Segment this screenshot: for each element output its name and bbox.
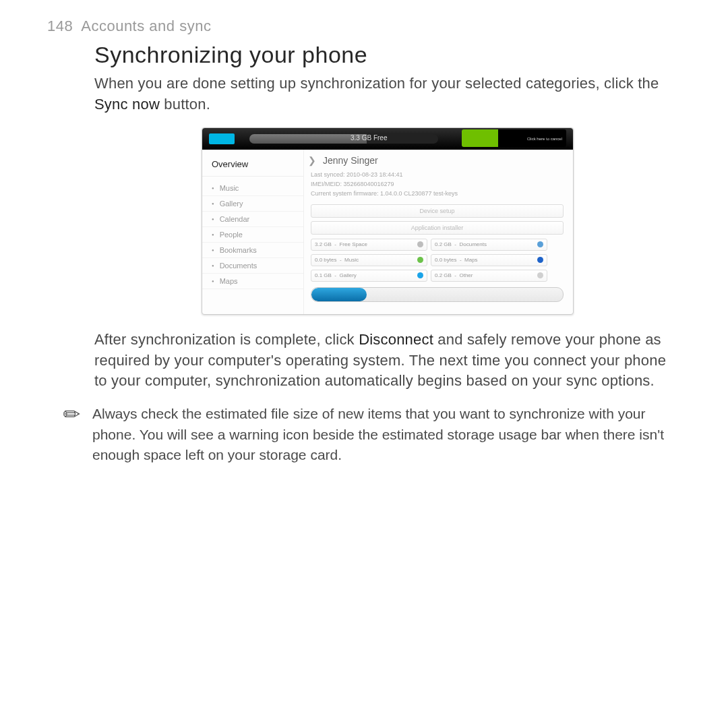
sync-app-screenshot: 3.3 GB Free Sync in progress Click here … xyxy=(202,127,574,315)
tile-documents: 0.2 GB - Documents xyxy=(431,239,547,251)
sidebar-item-bookmarks[interactable]: Bookmarks xyxy=(202,243,303,258)
dot-icon xyxy=(537,257,543,263)
sidebar-item-people[interactable]: People xyxy=(202,227,303,243)
sync-status-title: Sync in progress xyxy=(466,129,562,138)
tile-gallery: 0.1 GB - Gallery xyxy=(311,270,427,282)
sidebar-item-calendar[interactable]: Calendar xyxy=(202,212,303,227)
storage-tiles: 3.2 GB - Free Space 0.2 GB - Documents 0… xyxy=(311,239,564,282)
app-titlebar: 3.3 GB Free Sync in progress Click here … xyxy=(202,128,573,150)
meta-firmware: Current system firmware: 1.04.0.0 CL2308… xyxy=(311,189,564,198)
tile-maps: 0.0 bytes - Maps xyxy=(431,254,547,266)
tile-music: 0.0 bytes - Music xyxy=(311,254,427,266)
device-setup-button[interactable]: Device setup xyxy=(311,204,564,218)
page-number: 148 xyxy=(47,18,73,34)
storage-free-label: 3.3 GB Free xyxy=(351,134,387,142)
pencil-icon: ✎ xyxy=(57,400,86,428)
page-section: Accounts and sync xyxy=(81,18,211,34)
device-meta: Last synced: 2010-08-23 18:44:41 IMEI/ME… xyxy=(311,170,564,199)
brand-logo xyxy=(209,133,235,144)
intro-pre: When you are done setting up synchroniza… xyxy=(94,75,659,92)
sync-progress-bar xyxy=(311,287,564,302)
meta-imei: IMEI/MEID: 352668040016279 xyxy=(311,179,564,189)
sidebar-item-gallery[interactable]: Gallery xyxy=(202,196,303,212)
sidebar-item-maps[interactable]: Maps xyxy=(202,274,303,289)
sidebar-item-music[interactable]: Music xyxy=(202,181,303,196)
page-title: Synchronizing your phone xyxy=(94,42,681,68)
dot-icon xyxy=(537,272,543,278)
dot-icon xyxy=(417,272,423,278)
note-text: Always check the estimated file size of … xyxy=(92,404,681,465)
main-panel: Jenny Singer Last synced: 2010-08-23 18:… xyxy=(303,150,573,314)
dot-icon xyxy=(537,241,543,247)
dot-icon xyxy=(417,241,423,247)
device-name: Jenny Singer xyxy=(311,155,564,166)
after-paragraph: After synchronization is complete, click… xyxy=(94,330,681,392)
sidebar-item-overview[interactable]: Overview xyxy=(202,156,303,177)
tile-free-space: 3.2 GB - Free Space xyxy=(311,239,427,251)
intro-post: button. xyxy=(160,96,210,113)
intro-paragraph: When you are done setting up synchroniza… xyxy=(94,73,681,115)
sidebar-item-documents[interactable]: Documents xyxy=(202,258,303,274)
after-pre: After synchronization is complete, click xyxy=(94,331,359,348)
page-header: 148 Accounts and sync xyxy=(47,18,681,35)
storage-bar xyxy=(249,134,438,144)
application-installer-button[interactable]: Application installer xyxy=(311,221,564,235)
intro-strong: Sync now xyxy=(94,96,160,113)
sync-status-button[interactable]: Sync in progress Click here to cancel xyxy=(462,129,566,147)
sidebar: Overview Music Gallery Calendar People B… xyxy=(202,150,303,314)
tile-other: 0.2 GB - Other xyxy=(431,270,547,282)
meta-last-synced: Last synced: 2010-08-23 18:44:41 xyxy=(311,170,564,179)
after-strong: Disconnect xyxy=(359,331,433,348)
dot-icon xyxy=(417,257,423,263)
